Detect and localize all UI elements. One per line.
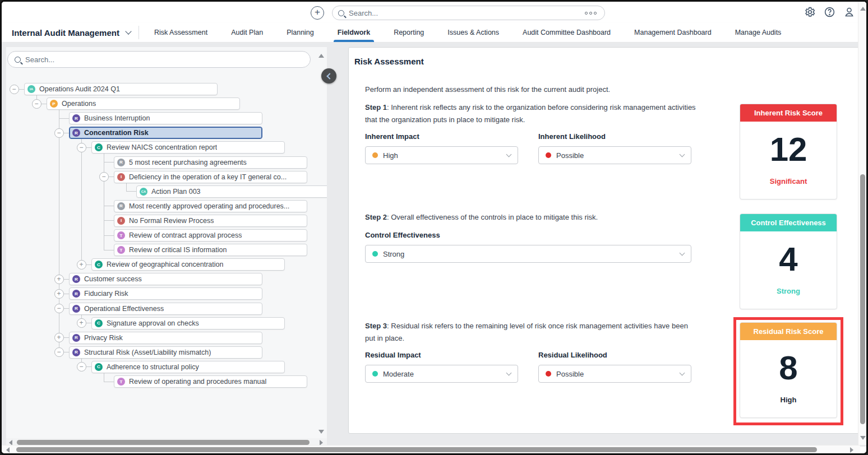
- tree-node-review-of-operating-and-procedures-manua[interactable]: TReview of operating and procedures manu…: [114, 375, 307, 388]
- app-title[interactable]: Internal Audit Management: [2, 28, 138, 38]
- inherent-impact-select[interactable]: High: [365, 146, 518, 164]
- tree-node-operations-audit-2024-q1[interactable]: IAOperations Audit 2024 Q1: [24, 83, 218, 95]
- tab-reporting[interactable]: Reporting: [382, 23, 436, 42]
- add-button[interactable]: +: [311, 6, 324, 20]
- tree-node-adherence-to-structural-policy[interactable]: CAdherence to structural policy: [91, 361, 285, 373]
- tree-node-type-badge: CA: [140, 188, 147, 196]
- tree-node-customer-success[interactable]: RCustomer success: [69, 273, 262, 285]
- page-hscroll-right-arrow[interactable]: [850, 447, 853, 453]
- panel-scroll-down-arrow[interactable]: [318, 430, 324, 434]
- tree-node-operational-effectiveness[interactable]: ROperational Effectiveness: [69, 303, 262, 315]
- tree-node-label: Review of critical IS information: [129, 246, 227, 254]
- page-vscroll-thumb[interactable]: [860, 174, 865, 424]
- global-search-input[interactable]: [349, 9, 585, 17]
- collapse-toggle[interactable]: −: [32, 99, 41, 109]
- tree-node-structural-risk-asset-liability-mismatch[interactable]: RStructural Risk (Asset/Liability mismat…: [69, 346, 262, 359]
- tree-node-5-most-recent-purchasing-agreements[interactable]: R5 most recent purchasing agreements: [114, 156, 307, 169]
- tree-node-business-interruption[interactable]: RBusiness Interruption: [69, 112, 262, 124]
- tree: IAOperations Audit 2024 Q1−POperations−R…: [6, 47, 327, 438]
- tree-node-type-badge: IA: [27, 85, 35, 93]
- step3-label: Step 3: [365, 322, 387, 330]
- tab-risk-assessment[interactable]: Risk Assessment: [142, 23, 219, 42]
- expand-toggle[interactable]: +: [77, 318, 86, 328]
- residual-likelihood-select[interactable]: Possible: [538, 365, 691, 383]
- tab-audit-plan[interactable]: Audit Plan: [219, 23, 275, 42]
- expand-toggle[interactable]: +: [77, 260, 86, 270]
- tree-node-label: Operations Audit 2024 Q1: [39, 85, 120, 93]
- tree-node-operations[interactable]: POperations: [47, 97, 240, 110]
- tree-node-most-recently-approved-operating-and-pro[interactable]: RMost recently approved operating and pr…: [114, 200, 307, 212]
- expand-toggle[interactable]: +: [54, 275, 64, 284]
- settings-gear-icon[interactable]: [804, 6, 816, 18]
- tree-node-label: Review of geographical concentration: [107, 261, 223, 268]
- collapse-panel-button[interactable]: [321, 68, 336, 83]
- tree-node-fiduciary-risk[interactable]: RFiduciary Risk: [69, 287, 262, 300]
- collapse-toggle[interactable]: −: [54, 347, 64, 357]
- page-hscroll-left-arrow[interactable]: [6, 447, 10, 453]
- page-title: Risk Assessment: [354, 57, 424, 66]
- tree-node-label: Fiduciary Risk: [84, 290, 128, 298]
- collapse-toggle[interactable]: −: [99, 172, 109, 182]
- card-value: 12: [740, 126, 837, 173]
- tree-connector-line: [126, 183, 127, 192]
- panel-hscroll-right-arrow[interactable]: [320, 440, 323, 445]
- status-dot: [372, 152, 378, 158]
- tree-node-concentration-risk[interactable]: RConcentration Risk: [69, 127, 262, 139]
- tree-node-type-badge: R: [72, 290, 80, 298]
- dropdown-value: Moderate: [383, 370, 507, 378]
- tree-node-review-of-contract-approval-process[interactable]: TReview of contract approval process: [114, 229, 307, 242]
- tree-node-type-badge: R: [72, 129, 80, 137]
- panel-scroll-up-arrow[interactable]: [318, 54, 324, 58]
- collapse-toggle[interactable]: −: [10, 85, 19, 94]
- residual-impact-label: Residual Impact: [365, 351, 421, 359]
- tree-node-review-of-critical-is-information[interactable]: TReview of critical IS information: [114, 244, 307, 256]
- tree-node-label: Action Plan 003: [151, 188, 201, 196]
- page-vscroll-down-arrow[interactable]: [860, 436, 866, 440]
- tree-node-review-naics-concentration-report[interactable]: CReview NAICS concentration report: [91, 141, 285, 154]
- inherent-likelihood-select[interactable]: Possible: [538, 146, 691, 164]
- chevron-down-icon: [680, 370, 685, 376]
- control-effectiveness-label: Control Effectiveness: [365, 231, 440, 239]
- collapse-toggle[interactable]: −: [77, 362, 86, 372]
- tab-management-dashboard[interactable]: Management Dashboard: [622, 23, 723, 42]
- expand-toggle[interactable]: +: [54, 289, 64, 299]
- tree-node-label: Review NAICS concentration report: [107, 143, 217, 151]
- tree-node-review-of-geographical-concentration[interactable]: CReview of geographical concentration: [91, 258, 285, 271]
- user-icon[interactable]: [843, 6, 855, 18]
- status-dot: [372, 251, 378, 257]
- collapse-toggle[interactable]: −: [54, 128, 64, 138]
- expand-toggle[interactable]: +: [54, 333, 64, 342]
- residual-impact-select[interactable]: Moderate: [365, 365, 518, 383]
- tree-node-type-badge: R: [72, 334, 80, 342]
- nav-tabs: Risk AssessmentAudit PlanPlanningFieldwo…: [142, 23, 793, 42]
- global-search[interactable]: [332, 6, 605, 20]
- help-icon[interactable]: [824, 6, 835, 18]
- tree-node-privacy-risk[interactable]: RPrivacy Risk: [69, 332, 262, 344]
- tree-node-action-plan-003[interactable]: CAAction Plan 003: [136, 185, 327, 198]
- search-options-button[interactable]: [585, 12, 597, 15]
- page-hscroll-thumb[interactable]: [16, 447, 817, 452]
- tab-planning[interactable]: Planning: [275, 23, 326, 42]
- page-vscroll-up-arrow[interactable]: [860, 7, 866, 11]
- tree-connector-line: [104, 382, 114, 382]
- tree-node-type-badge: C: [95, 319, 103, 327]
- collapse-toggle[interactable]: −: [54, 304, 64, 313]
- tree-node-deficiency-in-the-operation-of-a-key-it-[interactable]: IDeficiency in the operation of a key IT…: [114, 171, 307, 183]
- tree-node-no-formal-review-process[interactable]: INo Formal Review Process: [114, 215, 307, 227]
- tree-node-signature-approval-on-checks[interactable]: CSignature approval on checks: [91, 317, 285, 329]
- tree-connector-line: [81, 139, 82, 264]
- tree-node-label: Structural Risk (Asset/Liability mismatc…: [84, 349, 211, 356]
- control-effectiveness-select[interactable]: Strong: [365, 245, 691, 263]
- inherent-risk-score-card: Inherent Risk Score 12 Significant: [740, 104, 837, 199]
- tab-audit-committee-dashboard[interactable]: Audit Committee Dashboard: [511, 23, 622, 42]
- tree-node-label: Business Interruption: [84, 114, 150, 122]
- tree-node-type-badge: R: [117, 202, 125, 210]
- tab-fieldwork[interactable]: Fieldwork: [326, 23, 382, 42]
- tree-node-type-badge: P: [50, 100, 58, 108]
- tab-issues-actions[interactable]: Issues & Actions: [436, 23, 511, 42]
- panel-hscroll-left-arrow[interactable]: [9, 440, 12, 445]
- tab-manage-audits[interactable]: Manage Audits: [723, 23, 793, 42]
- collapse-toggle[interactable]: −: [77, 143, 86, 152]
- status-dot: [546, 371, 551, 377]
- panel-hscroll-thumb[interactable]: [17, 440, 310, 445]
